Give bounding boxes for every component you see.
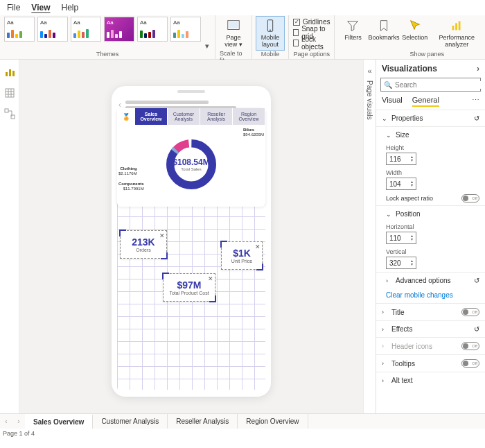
- perf-analyzer-button[interactable]: Performance analyzer: [432, 17, 482, 50]
- tab-visual[interactable]: Visual: [382, 96, 403, 107]
- more-icon[interactable]: ⋯: [472, 96, 479, 107]
- search-box[interactable]: 🔍: [380, 78, 481, 92]
- filters-button[interactable]: Filters: [339, 17, 367, 43]
- ribbon-group-label: Show panes: [409, 51, 444, 59]
- reset-icon[interactable]: ↺: [474, 114, 479, 122]
- page-view-button[interactable]: Page view ▾: [220, 17, 247, 50]
- label-lock-aspect: Lock aspect ratio: [386, 195, 457, 202]
- collapse-icon[interactable]: «: [367, 67, 371, 75]
- expand-icon[interactable]: ›: [477, 64, 479, 74]
- svg-rect-5: [455, 23, 457, 30]
- ribbon-group-label: Page options: [293, 51, 330, 59]
- ribbon-group-label: Mobile: [261, 51, 280, 59]
- ann-clothing: Clothing$2.1176M: [118, 166, 137, 175]
- page-tab-reseller[interactable]: Reseller Analysis: [168, 414, 238, 429]
- tab-sales-overview[interactable]: Sales Overview: [135, 108, 168, 125]
- bookmarks-button[interactable]: Bookmarks: [369, 17, 398, 43]
- tab-customer[interactable]: Customer Analysis: [168, 108, 200, 125]
- vertical-input[interactable]: 320▴▾: [386, 257, 416, 269]
- logo-icon: 🏅: [117, 108, 135, 125]
- ribbon-group-label: Themes: [96, 51, 119, 59]
- svg-rect-6: [459, 21, 461, 31]
- svg-rect-9: [6, 72, 8, 76]
- lock-checkbox[interactable]: Lock objects: [293, 37, 330, 48]
- view-switcher: [0, 60, 19, 413]
- width-input[interactable]: 104▴▾: [386, 178, 416, 190]
- svg-rect-11: [12, 71, 15, 76]
- tab-prev-icon[interactable]: ‹: [0, 414, 12, 429]
- donut-chart[interactable]: $108.54M Total Sales Bikes$94.6205M Clot…: [117, 125, 265, 201]
- theme-swatch[interactable]: Aa: [104, 17, 134, 42]
- dashboard-card[interactable]: 🏅 Sales Overview Customer Analysis Resel…: [117, 108, 265, 207]
- tab-region[interactable]: Region Overview: [233, 108, 265, 125]
- card-orders[interactable]: ✕ 213K Orders: [120, 230, 167, 259]
- section-alt-text[interactable]: ›Alt text: [376, 372, 485, 388]
- report-view-icon[interactable]: [4, 67, 15, 78]
- tab-reseller[interactable]: Reseller Analysis: [200, 108, 233, 125]
- theme-dropdown-icon[interactable]: ▾: [204, 42, 211, 51]
- card-label: Orders: [123, 248, 164, 252]
- label-horizontal: Horizontal: [386, 223, 479, 230]
- lock-aspect-toggle[interactable]: Off: [461, 194, 479, 203]
- close-icon[interactable]: ✕: [255, 243, 261, 250]
- section-title[interactable]: ›TitleOff: [376, 303, 485, 320]
- horizontal-input[interactable]: 110▴▾: [386, 232, 416, 244]
- menu-view[interactable]: View: [31, 3, 50, 12]
- canvas[interactable]: ‹ 🏅 Sales Overview Customer Analysis Res…: [19, 60, 363, 413]
- card-label: Total Product Cost: [166, 291, 212, 295]
- menu-file[interactable]: File: [7, 3, 20, 12]
- collapse-rail: « Page visuals: [363, 60, 376, 413]
- section-header-icons: ›Header iconsOff: [376, 337, 485, 354]
- theme-swatch[interactable]: Aa: [137, 17, 168, 42]
- card-unit-price[interactable]: ✕ $1K Unit Price: [221, 241, 263, 270]
- title-toggle[interactable]: Off: [461, 308, 479, 316]
- phone-notch: [177, 90, 205, 93]
- menu-bar: File View Help: [0, 0, 485, 15]
- phone-mock: ‹ 🏅 Sales Overview Customer Analysis Res…: [112, 86, 271, 397]
- tab-next-icon[interactable]: ›: [12, 414, 25, 429]
- menu-help[interactable]: Help: [61, 3, 78, 12]
- search-input[interactable]: [395, 81, 483, 89]
- page-tab-sales[interactable]: Sales Overview: [25, 414, 93, 429]
- section-properties[interactable]: ⌄Properties↺: [376, 110, 485, 126]
- mobile-layout-button[interactable]: Mobile layout: [256, 17, 284, 50]
- section-size[interactable]: ⌄Size: [376, 126, 485, 143]
- page-tab-customer[interactable]: Customer Analysis: [93, 414, 168, 429]
- data-view-icon[interactable]: [4, 87, 15, 98]
- svg-rect-12: [6, 89, 14, 97]
- height-input[interactable]: 116▴▾: [386, 153, 416, 165]
- clear-mobile-link[interactable]: Clear mobile changes: [376, 288, 485, 303]
- close-icon[interactable]: ✕: [208, 275, 213, 282]
- svg-rect-1: [229, 22, 238, 28]
- tooltips-toggle[interactable]: Off: [461, 359, 479, 368]
- label-vertical: Vertical: [386, 248, 479, 255]
- model-view-icon[interactable]: [4, 108, 15, 119]
- svg-rect-13: [5, 109, 8, 112]
- section-position[interactable]: ⌄Position: [376, 205, 485, 222]
- card-value: $97M: [166, 279, 212, 291]
- selection-button[interactable]: Selection: [401, 17, 429, 43]
- tab-general[interactable]: General: [412, 96, 439, 107]
- ann-components: Components$11.7991M: [118, 182, 144, 191]
- section-tooltips[interactable]: ›TooltipsOff: [376, 354, 485, 372]
- status-bar: Page 1 of 4: [0, 429, 485, 438]
- card-product-cost[interactable]: ✕ $97M Total Product Cost: [163, 273, 215, 302]
- theme-swatch[interactable]: Aa: [71, 17, 101, 42]
- page-tabs: ‹ › Sales Overview Customer Analysis Res…: [0, 413, 485, 429]
- pane-title: Visualizations: [382, 64, 437, 74]
- page-tab-region[interactable]: Region Overview: [238, 414, 308, 429]
- reset-icon[interactable]: ↺: [474, 325, 479, 333]
- theme-gallery: Aa Aa Aa Aa Aa Aa ▾: [4, 17, 211, 51]
- card-value: 213K: [123, 236, 164, 248]
- svg-point-3: [270, 30, 271, 31]
- close-icon[interactable]: ✕: [159, 232, 165, 239]
- reset-icon[interactable]: ↺: [474, 277, 479, 284]
- svg-rect-4: [452, 26, 455, 30]
- theme-swatch[interactable]: Aa: [37, 17, 68, 42]
- section-effects[interactable]: ›Effects↺: [376, 320, 485, 337]
- theme-swatch[interactable]: Aa: [170, 17, 201, 42]
- section-advanced[interactable]: ›Advanced options↺: [376, 272, 485, 288]
- ribbon: Aa Aa Aa Aa Aa Aa ▾ Themes Page view ▾ S…: [0, 15, 485, 60]
- theme-swatch[interactable]: Aa: [4, 17, 35, 42]
- label-width: Width: [386, 169, 479, 176]
